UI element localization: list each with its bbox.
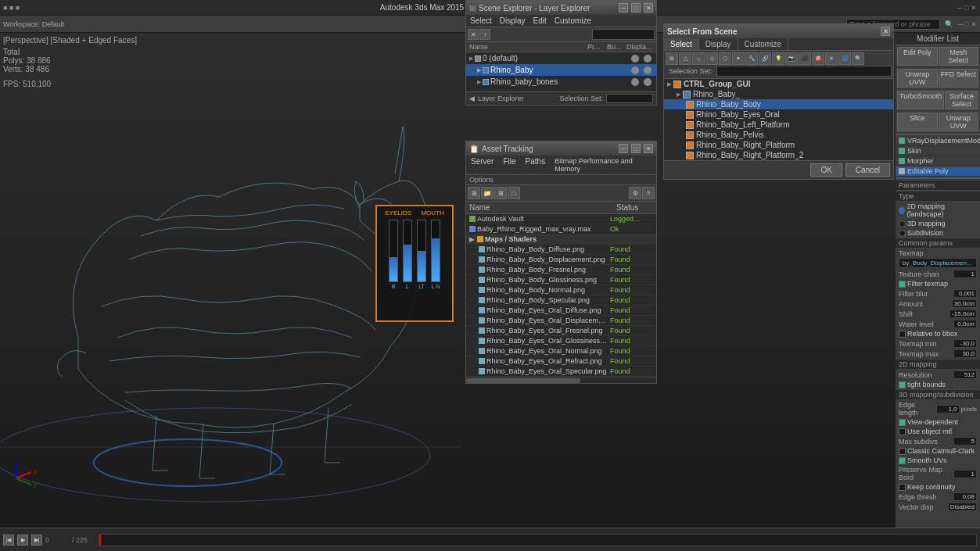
se-selection-set-input[interactable] (606, 94, 653, 103)
at-texture-specular[interactable]: Rhino_Baby_Body_Specular.png Found (466, 295, 656, 306)
se-tool-2[interactable]: ↑ (479, 29, 490, 40)
window-controls[interactable]: ─ □ ✕ (957, 4, 977, 12)
timeline-track[interactable] (99, 534, 977, 546)
at-hscroll[interactable] (466, 377, 656, 383)
turbosmooth-btn[interactable]: TurboSmooth (897, 91, 944, 109)
sfs-tool-4[interactable]: ◇ (705, 52, 718, 65)
sfs-item-left-platform[interactable]: Rhino_Baby_Left_Platform (664, 120, 893, 130)
window-close-btn[interactable]: ✕ (971, 20, 977, 28)
sfs-tool-1[interactable]: ⊞ (666, 52, 678, 65)
sfs-tool-5[interactable]: ⬡ (719, 52, 731, 65)
at-vault-item[interactable]: Autodesk Vault Logged... (466, 214, 656, 224)
at-menu-server[interactable]: Server (466, 156, 498, 174)
texture-chan-input[interactable]: 1 (953, 270, 977, 278)
sfs-item-rhino-body[interactable]: Rhino_Baby_Body (664, 99, 893, 109)
se-search-input[interactable] (592, 29, 655, 40)
sfs-tool-3[interactable]: ○ (692, 52, 705, 65)
at-restore[interactable]: □ (631, 144, 641, 153)
next-frame-btn[interactable]: ▶| (31, 535, 42, 546)
slice-btn[interactable]: Slice (897, 113, 938, 131)
se-layer-default[interactable]: ▶ 0 (default) (466, 52, 656, 64)
surface-select-btn[interactable]: Surface Select (945, 91, 978, 109)
view-dependent-row[interactable]: View-dependent (896, 417, 980, 427)
prev-frame-btn[interactable]: |◀ (3, 535, 14, 546)
water-level-input[interactable]: 0,0cm (953, 320, 977, 328)
sfs-tool-13[interactable]: ☀ (825, 52, 838, 65)
scene-explorer-minimize[interactable]: ─ (619, 3, 628, 13)
at-max-file-item[interactable]: Baby_Rhino_Rigged_max_vray.max Ok (466, 224, 656, 234)
sfs-search-input[interactable] (716, 66, 892, 77)
at-minimize[interactable]: ─ (619, 144, 628, 153)
sfs-tool-14[interactable]: 🌀 (838, 52, 851, 65)
sfs-close-btn[interactable]: ✕ (881, 27, 890, 36)
resolution-input[interactable]: 512 (953, 370, 977, 379)
slider-lt[interactable]: LT (417, 220, 426, 298)
at-texture-displacement[interactable]: Rhino_Baby_Body_Displacement.png Found (466, 255, 656, 265)
slider-r[interactable]: R (389, 220, 398, 298)
modifier-morpher[interactable]: Morpher (896, 156, 980, 166)
at-tool-settings[interactable]: ⚙ (629, 187, 641, 199)
preserve-map-bord-input[interactable]: 1 (953, 470, 977, 478)
scene-explorer-restore[interactable]: □ (631, 3, 641, 13)
at-menu-paths[interactable]: Paths (521, 156, 551, 174)
texmap-max-input[interactable]: 30,0 (953, 349, 977, 358)
sfs-tool-9[interactable]: 💡 (772, 52, 784, 65)
filter-texmap-row[interactable]: Filter texmap (896, 279, 980, 288)
at-texture-eyes-normal[interactable]: Rhino_Baby_Eyes_Oral_Normal.png Found (466, 346, 656, 356)
at-options[interactable]: Options (466, 175, 656, 185)
at-texture-eyes-gloss[interactable]: Rhino_Baby_Eyes_Oral_Glossiness.png Foun… (466, 336, 656, 346)
relative-bbox-row[interactable]: Relative to bbox (896, 329, 980, 338)
at-texture-eyes-specular[interactable]: Rhino_Baby_Eyes_Oral_Specular.png Found (466, 367, 656, 377)
type-subdiv-radio[interactable]: Subdivision (896, 228, 980, 238)
sfs-item-pelvis[interactable]: Rhino_Baby_Pelvis (664, 130, 893, 140)
sfs-tab-customize[interactable]: Customize (738, 38, 788, 50)
window-max-btn[interactable]: □ (965, 20, 969, 28)
sfs-item-right-platform[interactable]: Rhino_Baby_Right_Platform (664, 140, 893, 150)
mesh-select-btn[interactable]: Mesh Select (939, 47, 979, 66)
max-subdivs-input[interactable]: 5 (953, 437, 977, 445)
at-tool-help[interactable]: ? (642, 187, 655, 199)
type-2d-radio[interactable]: 2D mapping (landscape) (896, 202, 980, 219)
unwrap-uvw2-btn[interactable]: Unwrap UVW (939, 113, 979, 131)
se-menu-select[interactable]: Select (466, 15, 496, 27)
classic-catmull-row[interactable]: Classic Catmull-Clark (896, 446, 980, 456)
edit-poly-btn[interactable]: Edit Poly (897, 47, 938, 66)
modifier-editable-poly[interactable]: Editable Poly (896, 166, 980, 177)
sfs-tool-10[interactable]: 📷 (785, 52, 798, 65)
se-nav-left[interactable]: ◀ (469, 95, 475, 102)
at-close[interactable]: ✕ (644, 144, 653, 153)
filter-blur-input[interactable]: 0,001 (953, 289, 977, 298)
sfs-item-ctrl-group[interactable]: ▶ CTRL_Group_GUI (664, 79, 893, 89)
sfs-item-right-platform-2[interactable]: Rhino_Baby_Right_Platform_2 (664, 150, 893, 160)
search-icon[interactable]: 🔍 (942, 20, 957, 28)
sfs-tool-6[interactable]: ✦ (732, 52, 745, 65)
sfs-item-rhino-baby[interactable]: ▶ Rhino_Baby_ (664, 89, 893, 99)
se-menu-customize[interactable]: Customize (551, 15, 595, 27)
sfs-tool-7[interactable]: 🔧 (745, 52, 758, 65)
play-btn[interactable]: ▶ (17, 535, 28, 546)
se-menu-display[interactable]: Display (496, 15, 529, 27)
sfs-tool-15[interactable]: 🔍 (852, 52, 864, 65)
smooth-uvis-row[interactable]: Smooth UVs (896, 456, 980, 465)
se-layer-rhino-baby[interactable]: ▶ Rhino_Baby (466, 64, 656, 76)
sfs-item-eyes-oral[interactable]: Rhino_Baby_Eyes_Oral (664, 109, 893, 120)
slider-l[interactable]: L (403, 220, 412, 298)
at-texture-eyes-diffuse[interactable]: Rhino_Baby_Eyes_Oral_Diffuse.png Found (466, 306, 656, 316)
at-menu-file[interactable]: File (498, 156, 520, 174)
keep-continuity-row[interactable]: Keep continuity (896, 482, 980, 492)
scene-explorer-close[interactable]: ✕ (644, 3, 653, 13)
at-tool-4[interactable]: □ (508, 187, 520, 199)
sfs-tab-display[interactable]: Display (699, 38, 738, 50)
sfs-tool-11[interactable]: ⬛ (799, 52, 811, 65)
at-texture-eyes-refract[interactable]: Rhino_Baby_Eyes_Oral_Refract.png Found (466, 356, 656, 367)
amount-input[interactable]: 30,0cm (952, 299, 977, 308)
sfs-tool-12[interactable]: 🎯 (812, 52, 824, 65)
se-menu-edit[interactable]: Edit (529, 15, 551, 27)
at-tool-3[interactable]: ⊞ (494, 187, 507, 199)
texmap-min-input[interactable]: -30,0 (953, 339, 977, 348)
sfs-tool-2[interactable]: △ (679, 52, 691, 65)
at-texture-diffuse[interactable]: Rhino_Baby_Body_Diffuse.png Found (466, 245, 656, 255)
modifier-vray-disp[interactable]: VRayDisplacementMod (896, 136, 980, 146)
ffd-select-btn[interactable]: FFD Select (939, 69, 979, 88)
shift-input[interactable]: -15,0cm (949, 309, 977, 318)
